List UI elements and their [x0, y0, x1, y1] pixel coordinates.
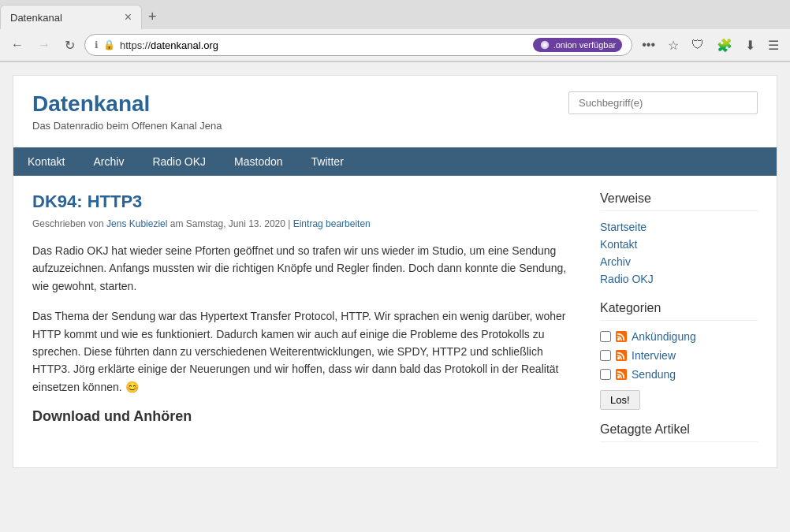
forward-button[interactable]: → — [33, 35, 55, 55]
search-input[interactable] — [568, 91, 758, 114]
los-button[interactable]: Los! — [600, 390, 640, 410]
category-link-interview[interactable]: Interview — [632, 349, 676, 362]
sidebar-getaggte-title: Getaggte Artikel — [600, 422, 758, 442]
new-tab-button[interactable]: + — [142, 6, 163, 28]
post-title: DK94: HTTP3 — [32, 192, 576, 212]
svg-point-2 — [543, 43, 546, 47]
sidebar-link-startseite[interactable]: Startseite — [600, 221, 647, 233]
rss-icon-sendung — [616, 369, 627, 380]
site-container: Datenkanal Das Datenradio beim Offenen K… — [13, 75, 777, 468]
svg-point-8 — [617, 376, 620, 379]
onion-badge: .onion verfügbar — [533, 38, 623, 52]
sidebar-verweise: Verweise Startseite Kontakt Archiv Radio… — [600, 192, 758, 285]
browser-chrome: Datenkanal × + ← → ↻ ℹ 🔒 https://datenka… — [0, 0, 790, 62]
extension-button[interactable]: 🧩 — [712, 35, 737, 56]
active-tab[interactable]: Datenkanal × — [0, 5, 142, 29]
post-author-link[interactable]: Jens Kubieziel — [106, 218, 167, 229]
category-item-sendung: Sendung — [600, 368, 758, 381]
sidebar-link-archiv[interactable]: Archiv — [600, 255, 631, 268]
post-meta-prefix: Geschrieben von — [32, 218, 104, 229]
nav-item-archiv[interactable]: Archiv — [79, 147, 138, 176]
nav-item-kontakt[interactable]: Kontakt — [13, 147, 79, 176]
sidebar-links: Startseite Kontakt Archiv Radio OKJ — [600, 221, 758, 285]
list-item: Kontakt — [600, 238, 758, 251]
nav-item-twitter[interactable]: Twitter — [297, 147, 358, 176]
svg-point-6 — [617, 357, 620, 360]
post-paragraph-2: Das Thema der Sendung war das Hypertext … — [32, 307, 576, 396]
nav-item-mastodon[interactable]: Mastodon — [220, 147, 296, 176]
tab-bar: Datenkanal × + — [0, 0, 790, 29]
sidebar-link-radio-okj[interactable]: Radio OKJ — [600, 273, 654, 285]
list-item: Radio OKJ — [600, 273, 758, 285]
url-text: https://datenkanal.org — [120, 39, 528, 51]
nav-item-radio-okj[interactable]: Radio OKJ — [138, 147, 220, 176]
onion-label: .onion verfügbar — [553, 40, 617, 50]
sidebar-kategorien-title: Kategorien — [600, 301, 758, 321]
post-meta-date: am Samstag, Juni 13. 2020 | — [170, 218, 291, 229]
list-item: Archiv — [600, 255, 758, 268]
sidebar-verweise-title: Verweise — [600, 192, 758, 211]
site-branding: Datenkanal Das Datenradio beim Offenen K… — [32, 91, 222, 132]
nav-bar: ← → ↻ ℹ 🔒 https://datenkanal.org .onion … — [0, 29, 790, 61]
url-domain: datenkanal.org — [151, 39, 218, 51]
sidebar-getaggte: Getaggte Artikel — [600, 422, 758, 442]
sidebar-kategorien: Kategorien Ankündigung — [600, 301, 758, 410]
tab-close-button[interactable]: × — [125, 10, 132, 24]
rss-icon-interview — [616, 350, 627, 361]
tab-title: Datenkanal — [10, 12, 118, 24]
post-subtitle: Download und Anhören — [32, 408, 576, 425]
lock-icon: 🔒 — [103, 39, 115, 50]
category-checkbox-sendung[interactable] — [600, 369, 611, 380]
rss-icon-ankuendigung — [616, 331, 627, 342]
shield-button[interactable]: 🛡 — [687, 35, 709, 56]
edit-link[interactable]: Eintrag bearbeiten — [293, 218, 371, 229]
refresh-button[interactable]: ↻ — [60, 35, 80, 56]
url-bar[interactable]: ℹ 🔒 https://datenkanal.org .onion verfüg… — [84, 34, 632, 56]
page-wrapper: Datenkanal Das Datenradio beim Offenen K… — [0, 62, 790, 532]
bookmark-button[interactable]: ☆ — [663, 35, 684, 56]
site-tagline: Das Datenradio beim Offenen Kanal Jena — [32, 120, 222, 132]
back-button[interactable]: ← — [6, 35, 28, 55]
post-paragraph-1: Das Radio OKJ hat wieder seine Pforten g… — [32, 242, 576, 295]
category-checkbox-interview[interactable] — [600, 350, 611, 361]
category-checkbox-ankuendigung[interactable] — [600, 331, 611, 342]
info-icon: ℹ — [95, 39, 99, 50]
sidebar: Verweise Startseite Kontakt Archiv Radio… — [600, 192, 758, 452]
menu-button[interactable]: ☰ — [763, 35, 784, 56]
site-nav: Kontakt Archiv Radio OKJ Mastodon Twitte… — [13, 147, 777, 176]
category-item-interview: Interview — [600, 349, 758, 362]
site-header: Datenkanal Das Datenradio beim Offenen K… — [13, 76, 777, 147]
svg-point-4 — [617, 338, 620, 341]
post-body: Das Radio OKJ hat wieder seine Pforten g… — [32, 242, 576, 425]
main-content: DK94: HTTP3 Geschrieben von Jens Kubiezi… — [32, 192, 576, 452]
post-meta: Geschrieben von Jens Kubieziel am Samsta… — [32, 218, 576, 229]
download-button[interactable]: ⬇ — [740, 35, 760, 56]
content-area: DK94: HTTP3 Geschrieben von Jens Kubiezi… — [13, 176, 777, 467]
nav-actions: ••• ☆ 🛡 🧩 ⬇ ☰ — [637, 35, 784, 56]
site-title[interactable]: Datenkanal — [32, 91, 150, 116]
onion-icon — [539, 39, 550, 50]
sidebar-link-kontakt[interactable]: Kontakt — [600, 238, 637, 251]
list-item: Startseite — [600, 221, 758, 233]
category-link-ankuendigung[interactable]: Ankündigung — [632, 330, 696, 343]
category-link-sendung[interactable]: Sendung — [632, 368, 676, 381]
more-button[interactable]: ••• — [637, 35, 660, 56]
category-item-ankuendigung: Ankündigung — [600, 330, 758, 343]
